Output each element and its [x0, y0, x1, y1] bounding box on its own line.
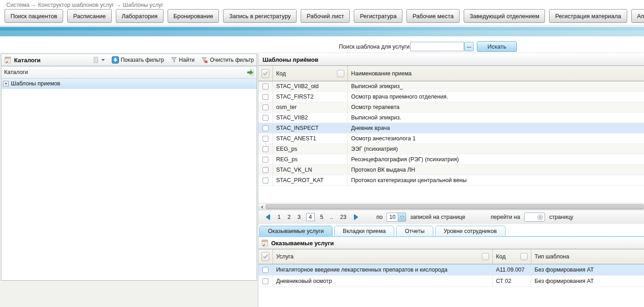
- arrow-down-icon: [112, 56, 119, 64]
- catalogs-column-label: Каталоги: [4, 69, 28, 75]
- table-row[interactable]: STAC_PROT_KAT Протокол катетеризации цен…: [258, 175, 644, 186]
- cell-code: STAC_FIRST2: [273, 92, 348, 102]
- toolbar-button-registry-entry[interactable]: Запись в регистратуру: [223, 9, 297, 23]
- table-row[interactable]: osm_ter Осмотр терапевта: [258, 102, 644, 113]
- browse-button[interactable]: ...: [464, 42, 474, 51]
- cell-code: STAC_VIIB2: [273, 113, 348, 123]
- column-header-name[interactable]: Наименование приема: [348, 66, 644, 81]
- toolbar-button-schedule[interactable]: Расписание: [67, 9, 112, 23]
- table-row[interactable]: EEG_ps ЭЭГ (психиатрия): [258, 144, 644, 154]
- toolbar-button-patient-search[interactable]: Поиск пациентов: [5, 9, 63, 23]
- page-number[interactable]: 2: [286, 213, 292, 221]
- page-number[interactable]: 5: [319, 213, 325, 221]
- toolbar-button-booking[interactable]: Бронирование: [168, 9, 219, 23]
- cell-code: STAC_ANEST1: [273, 134, 348, 144]
- page-number[interactable]: 23: [339, 213, 348, 221]
- select-all-icon[interactable]: [262, 252, 269, 261]
- next-page-icon[interactable]: [352, 213, 360, 221]
- page-number[interactable]: 3: [296, 213, 302, 221]
- cell-code: EEG_ps: [273, 144, 348, 154]
- page-size-select[interactable]: 10: [386, 213, 406, 222]
- tab-reports[interactable]: Отчеты: [396, 226, 433, 236]
- column-filter-button-code[interactable]: [337, 70, 344, 77]
- row-checkbox[interactable]: [263, 115, 268, 121]
- search-button[interactable]: Искать: [477, 41, 517, 52]
- tab-services[interactable]: Оказываемые услуги: [259, 226, 332, 236]
- row-checkbox[interactable]: [263, 104, 268, 110]
- page-number[interactable]: 1: [276, 213, 282, 221]
- table-row-selected[interactable]: Ингаляторное введение лекарственных преп…: [258, 264, 644, 276]
- go-into-icon[interactable]: [247, 69, 254, 76]
- row-checkbox[interactable]: [263, 94, 268, 100]
- toolbar-button-worklist[interactable]: Рабочий лист: [301, 9, 350, 23]
- select-all-header[interactable]: [258, 249, 273, 264]
- toolbar-button-department-head[interactable]: Заведующий отделением: [464, 9, 545, 23]
- tree-node-templates[interactable]: Шаблоны приемов: [1, 79, 257, 89]
- row-checkbox[interactable]: [263, 267, 268, 273]
- row-checkbox[interactable]: [263, 178, 268, 183]
- clear-input-icon[interactable]: [537, 214, 543, 220]
- row-checkbox[interactable]: [263, 136, 268, 142]
- row-checkbox[interactable]: [263, 278, 268, 284]
- catalogs-toolbar: Показать фильтр Найти Очистить фильтр: [94, 56, 254, 64]
- dropdown-arrow-icon[interactable]: [398, 213, 406, 222]
- columns-menu-button[interactable]: [94, 57, 105, 63]
- table-row[interactable]: STAC_VK_LN Протокол ВК выдача ЛН: [258, 165, 644, 175]
- toolbar-button-pharmacy[interactable]: Аптека: [631, 9, 644, 23]
- scrollbar-thumb[interactable]: [266, 204, 644, 209]
- column-header-code[interactable]: Код: [273, 66, 348, 81]
- goto-page-input[interactable]: [525, 213, 537, 221]
- cell-code: STAC_PROT_KAT: [273, 175, 348, 185]
- column-header-code-label: Код: [276, 70, 286, 77]
- scroll-left-icon[interactable]: [258, 204, 266, 210]
- tab-visit-tabs[interactable]: Вкладки приема: [334, 226, 395, 236]
- row-checkbox[interactable]: [263, 157, 268, 163]
- table-row[interactable]: STAC_VIIB2_old Выписной эпикриз_: [258, 81, 644, 92]
- search-input[interactable]: [410, 42, 464, 51]
- cell-name: Осмотр терапевта: [348, 102, 644, 112]
- column-filter-button-service[interactable]: [482, 253, 489, 260]
- column-filter-button-service-code[interactable]: [520, 253, 528, 260]
- select-all-header[interactable]: [258, 66, 273, 81]
- cell-service-code: СТ 02: [493, 276, 531, 287]
- row-checkbox[interactable]: [263, 167, 268, 173]
- goto-page-field[interactable]: [524, 213, 545, 222]
- clear-filter-icon: [201, 57, 208, 63]
- table-row[interactable]: STAC_FIRST2 Осмотр врача приемного отдел…: [258, 92, 644, 102]
- toolbar-button-material-registration[interactable]: Регистрация материала: [549, 9, 627, 23]
- cell-code: STAC_INSPECT: [273, 123, 348, 133]
- row-checkbox[interactable]: [263, 146, 268, 152]
- column-header-service[interactable]: Услуга: [273, 249, 493, 264]
- search-label: Поиск шаблона для услуги:: [339, 44, 411, 50]
- column-header-template-type[interactable]: Тип шаблона: [531, 249, 644, 264]
- column-header-service-code[interactable]: Код: [493, 249, 531, 264]
- clear-filter-button[interactable]: Очистить фильтр: [201, 57, 254, 63]
- table-row[interactable]: STAC_ANEST1 Осмотр анестезиолога 1: [258, 134, 644, 144]
- templates-grid-header: Код Наименование приема: [258, 66, 644, 81]
- toolbar-divider: [0, 25, 644, 25]
- tab-staff-levels[interactable]: Уровни сотрудников: [435, 226, 505, 236]
- cell-template-type: Без формирования АТ: [531, 264, 644, 275]
- per-page-suffix: записей на странице: [410, 214, 465, 220]
- table-row[interactable]: REG_ps Реоэнцефалография (РЭГ) (психиатр…: [258, 154, 644, 165]
- toolbar-button-registry[interactable]: Регистратура: [354, 9, 402, 23]
- filter-icon: [171, 57, 177, 63]
- select-all-icon[interactable]: [262, 69, 269, 78]
- show-filter-button[interactable]: Показать фильтр: [112, 56, 164, 64]
- cell-name: Реоэнцефалография (РЭГ) (психиатрия): [348, 154, 644, 164]
- toolbar-button-workplaces[interactable]: Рабочие места: [406, 9, 459, 23]
- catalogs-column-header[interactable]: Каталоги: [1, 66, 257, 79]
- module-toolbar: Поиск пациентов Расписание Лаборатория Б…: [5, 9, 642, 23]
- table-row[interactable]: STAC_VIIB2 Выписной эпикриз.: [258, 113, 644, 123]
- cell-name: Протокол ВК выдача ЛН: [348, 165, 644, 175]
- row-checkbox[interactable]: [263, 125, 268, 131]
- row-checkbox[interactable]: [263, 84, 268, 89]
- find-label: Найти: [179, 57, 194, 63]
- horizontal-scrollbar[interactable]: [258, 203, 644, 210]
- prev-page-icon[interactable]: [264, 213, 272, 221]
- find-button[interactable]: Найти: [171, 57, 194, 63]
- table-row[interactable]: Дневниковый осмотр СТ 02 Без формировани…: [258, 276, 644, 287]
- table-row-selected[interactable]: STAC_INSPECT Дневник врача: [258, 123, 644, 134]
- toolbar-button-laboratory[interactable]: Лаборатория: [116, 9, 163, 23]
- expand-plus-icon[interactable]: [3, 81, 9, 86]
